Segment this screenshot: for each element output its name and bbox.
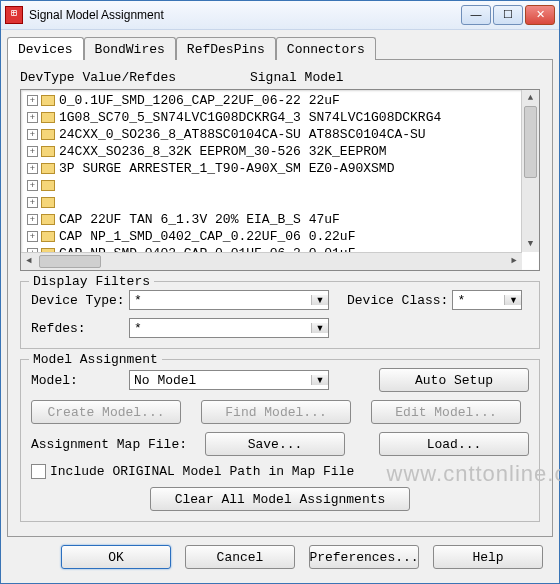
tab-page: DevType Value/Refdes Signal Model +0_0.1…	[7, 59, 553, 537]
chevron-down-icon[interactable]: ▼	[504, 295, 521, 305]
save-map-button[interactable]: Save...	[205, 432, 345, 456]
expander-icon[interactable]: +	[27, 146, 38, 157]
tree-row[interactable]: +CAP 22UF TAN 6_1.3V 20% EIA_B_S 47uF	[23, 211, 521, 228]
folder-icon	[41, 129, 55, 140]
include-original-checkbox[interactable]	[31, 464, 46, 479]
ok-button[interactable]: OK	[61, 545, 171, 569]
scroll-thumb[interactable]	[39, 255, 101, 268]
folder-icon	[41, 197, 55, 208]
folder-icon	[41, 163, 55, 174]
tab-bondwires[interactable]: BondWires	[84, 37, 176, 60]
window: ⊞ Signal Model Assignment — ☐ ✕ Devices …	[0, 0, 560, 584]
device-class-label: Device Class:	[347, 293, 448, 308]
expander-icon[interactable]: +	[27, 231, 38, 242]
expander-icon[interactable]: +	[27, 197, 38, 208]
create-model-button[interactable]: Create Model...	[31, 400, 181, 424]
display-filters-group: Display Filters Device Type: *▼ Device C…	[20, 281, 540, 349]
device-type-label: Device Type:	[31, 293, 129, 308]
maximize-button[interactable]: ☐	[493, 5, 523, 25]
tree-row[interactable]: +	[23, 194, 521, 211]
folder-icon	[41, 95, 55, 106]
chevron-down-icon[interactable]: ▼	[311, 323, 328, 333]
expander-icon[interactable]: +	[27, 112, 38, 123]
preferences-button[interactable]: Preferences...	[309, 545, 419, 569]
folder-icon	[41, 180, 55, 191]
folder-icon	[41, 214, 55, 225]
map-file-label: Assignment Map File:	[31, 437, 187, 452]
chevron-down-icon[interactable]: ▼	[311, 295, 328, 305]
group-legend: Model Assignment	[29, 352, 162, 367]
load-map-button[interactable]: Load...	[379, 432, 529, 456]
scroll-down-icon[interactable]: ▼	[522, 236, 539, 252]
tree-row[interactable]: +24CXX_0_SO236_8_AT88SC0104CA-SU AT88SC0…	[23, 126, 521, 143]
column-headers: DevType Value/Refdes Signal Model	[20, 70, 540, 85]
expander-icon[interactable]: +	[27, 129, 38, 140]
tree-row[interactable]: +	[23, 177, 521, 194]
tab-strip: Devices BondWires RefDesPins Connectors	[7, 36, 553, 59]
auto-setup-button[interactable]: Auto Setup	[379, 368, 529, 392]
horizontal-scrollbar[interactable]: ◄►	[21, 252, 522, 270]
expander-icon[interactable]: +	[27, 214, 38, 225]
scroll-thumb[interactable]	[524, 106, 537, 178]
window-title: Signal Model Assignment	[29, 8, 461, 22]
device-type-combo[interactable]: *▼	[129, 290, 329, 310]
clear-all-button[interactable]: Clear All Model Assignments	[150, 487, 410, 511]
minimize-button[interactable]: —	[461, 5, 491, 25]
titlebar: ⊞ Signal Model Assignment — ☐ ✕	[1, 1, 559, 30]
tab-refdespins[interactable]: RefDesPins	[176, 37, 276, 60]
tree-row[interactable]: +3P SURGE ARRESTER_1_T90-A90X_SM EZ0-A90…	[23, 160, 521, 177]
device-class-combo[interactable]: *▼	[452, 290, 522, 310]
folder-icon	[41, 112, 55, 123]
model-combo[interactable]: No Model▼	[129, 370, 329, 390]
client-area: Devices BondWires RefDesPins Connectors …	[1, 30, 559, 583]
cancel-button[interactable]: Cancel	[185, 545, 295, 569]
model-label: Model:	[31, 373, 129, 388]
col-signalmodel: Signal Model	[250, 70, 344, 85]
help-button[interactable]: Help	[433, 545, 543, 569]
tab-connectors[interactable]: Connectors	[276, 37, 376, 60]
tree-row[interactable]: +24CXX_SO236_8_32K EEPROM_30-526 32K_EEP…	[23, 143, 521, 160]
window-controls: — ☐ ✕	[461, 5, 555, 25]
close-button[interactable]: ✕	[525, 5, 555, 25]
col-devtype: DevType Value/Refdes	[20, 70, 250, 85]
tree-row[interactable]: +CAP NP_1_SMD_0402_CAP_0.22UF_06 0.22uF	[23, 228, 521, 245]
scroll-right-icon[interactable]: ►	[506, 253, 522, 270]
tree-row[interactable]: +1G08_SC70_5_SN74LVC1G08DCKRG4_3 SN74LVC…	[23, 109, 521, 126]
tree-viewport: +0_0.1UF_SMD_1206_CAP_22UF_06-22 22uF +1…	[23, 92, 521, 252]
dialog-buttons: OK Cancel Preferences... Help	[7, 537, 553, 577]
expander-icon[interactable]: +	[27, 180, 38, 191]
expander-icon[interactable]: +	[27, 95, 38, 106]
folder-icon	[41, 146, 55, 157]
include-original-label: Include ORIGINAL Model Path in Map File	[50, 464, 354, 479]
tab-devices[interactable]: Devices	[7, 37, 84, 60]
expander-icon[interactable]: +	[27, 163, 38, 174]
tree-row[interactable]: +0_0.1UF_SMD_1206_CAP_22UF_06-22 22uF	[23, 92, 521, 109]
app-icon: ⊞	[5, 6, 23, 24]
edit-model-button[interactable]: Edit Model...	[371, 400, 521, 424]
chevron-down-icon[interactable]: ▼	[311, 375, 328, 385]
tree-row[interactable]: +CAP NP_SMD_0402_CAP_0.01UF_06-2 0.01uF	[23, 245, 521, 252]
device-tree[interactable]: +0_0.1UF_SMD_1206_CAP_22UF_06-22 22uF +1…	[20, 89, 540, 271]
vertical-scrollbar[interactable]: ▲▼	[521, 90, 539, 252]
folder-icon	[41, 231, 55, 242]
refdes-label: Refdes:	[31, 321, 129, 336]
scroll-left-icon[interactable]: ◄	[21, 253, 37, 270]
group-legend: Display Filters	[29, 274, 154, 289]
scroll-up-icon[interactable]: ▲	[522, 90, 539, 106]
find-model-button[interactable]: Find Model...	[201, 400, 351, 424]
model-assignment-group: Model Assignment Model: No Model▼ Auto S…	[20, 359, 540, 522]
refdes-combo[interactable]: *▼	[129, 318, 329, 338]
